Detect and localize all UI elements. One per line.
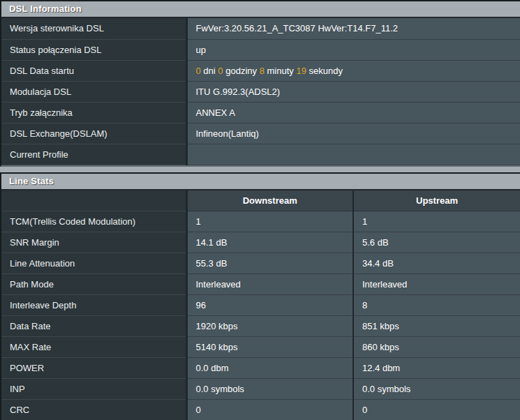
dsl-information-section: DSL Information Wersja sterownika DSL Fw…: [0, 0, 520, 167]
modulation-value: ITU G.992.3(ADSL2): [186, 81, 520, 102]
uptime-minutes: 8: [260, 66, 265, 76]
snr-margin-label: SNR Margin: [1, 232, 186, 253]
inp-downstream-value: 0.0 symbols: [186, 379, 353, 400]
table-row: Status połączenia DSL up: [1, 39, 520, 60]
table-row: TCM(Trellis Coded Modulation) 1 1: [1, 211, 520, 232]
table-row: Current Profile: [1, 144, 520, 165]
connection-status-value: up: [186, 39, 520, 60]
inp-upstream-value: 0.0 symbols: [353, 379, 520, 400]
dsl-information-table: Wersja sterownika DSL FwVer:3.20.56.21_A…: [1, 18, 520, 165]
line-attenuation-label: Line Attenuation: [1, 253, 186, 274]
column-header-row: Downstream Upstream: [1, 190, 520, 211]
table-row: POWER 0.0 dbm 12.4 dbm: [1, 358, 520, 379]
table-row: Modulacja DSL ITU G.992.3(ADSL2): [1, 81, 520, 102]
table-row: CRC 0 0: [1, 400, 520, 420]
data-rate-downstream-value: 1920 kbps: [186, 316, 353, 337]
upstream-column-header: Upstream: [353, 190, 520, 211]
tcm-upstream-value: 1: [353, 211, 520, 232]
line-attenuation-downstream-value: 55.3 dB: [186, 253, 353, 274]
max-rate-label: MAX Rate: [1, 337, 186, 358]
snr-margin-upstream-value: 5.6 dB: [353, 232, 520, 253]
dslam-label: DSL Exchange(DSLAM): [1, 123, 186, 144]
path-mode-downstream-value: Interleaved: [186, 274, 353, 295]
table-row: Line Attenuation 55.3 dB 34.4 dB: [1, 253, 520, 274]
table-row: Path Mode Interleaved Interleaved: [1, 274, 520, 295]
line-stats-table: Downstream Upstream TCM(Trellis Coded Mo…: [1, 190, 520, 420]
power-downstream-value: 0.0 dbm: [186, 358, 353, 379]
table-row: Tryb załącznika ANNEX A: [1, 102, 520, 123]
uptime-minutes-unit: minuty: [267, 66, 294, 76]
current-profile-label: Current Profile: [1, 144, 186, 165]
snr-margin-downstream-value: 14.1 dB: [186, 232, 353, 253]
table-row: DSL Exchange(DSLAM) Infineon(Lantiq): [1, 123, 520, 144]
table-row: INP 0.0 symbols 0.0 symbols: [1, 379, 520, 400]
tcm-label: TCM(Trellis Coded Modulation): [1, 211, 186, 232]
dsl-information-header: DSL Information: [1, 0, 520, 18]
uptime-hours-unit: godziny: [225, 66, 257, 76]
path-mode-upstream-value: Interleaved: [353, 274, 520, 295]
table-row: SNR Margin 14.1 dB 5.6 dB: [1, 232, 520, 253]
table-row: Interleave Depth 96 8: [1, 295, 520, 316]
uptime-days: 0: [196, 66, 201, 76]
data-rate-label: Data Rate: [1, 316, 186, 337]
line-attenuation-upstream-value: 34.4 dB: [353, 253, 520, 274]
dsl-status-page: DSL Information Wersja sterownika DSL Fw…: [0, 0, 520, 420]
uptime-label: DSL Data startu: [1, 60, 186, 81]
corner-cell: [1, 190, 186, 211]
power-upstream-value: 12.4 dbm: [353, 358, 520, 379]
crc-upstream-value: 0: [353, 400, 520, 420]
section-divider: [0, 167, 520, 172]
path-mode-label: Path Mode: [1, 274, 186, 295]
uptime-hours: 0: [218, 66, 223, 76]
crc-downstream-value: 0: [186, 400, 353, 420]
annex-mode-label: Tryb załącznika: [1, 102, 186, 123]
annex-mode-value: ANNEX A: [186, 102, 520, 123]
dslam-value: Infineon(Lantiq): [186, 123, 520, 144]
line-stats-header: Line Stats: [1, 172, 520, 190]
driver-version-label: Wersja sterownika DSL: [1, 18, 186, 39]
uptime-value: 0 dni 0 godziny 8 minuty 19 sekundy: [186, 60, 520, 81]
max-rate-downstream-value: 5140 kbps: [186, 337, 353, 358]
uptime-seconds-unit: sekundy: [309, 66, 343, 76]
connection-status-label: Status połączenia DSL: [1, 39, 186, 60]
line-stats-section: Line Stats Downstream Upstream TCM(Trell…: [0, 172, 520, 420]
table-row: MAX Rate 5140 kbps 860 kbps: [1, 337, 520, 358]
power-label: POWER: [1, 358, 186, 379]
table-row: DSL Data startu 0 dni 0 godziny 8 minuty…: [1, 60, 520, 81]
crc-label: CRC: [1, 400, 186, 420]
interleave-depth-label: Interleave Depth: [1, 295, 186, 316]
table-row: Data Rate 1920 kbps 851 kbps: [1, 316, 520, 337]
tcm-downstream-value: 1: [186, 211, 353, 232]
uptime-days-unit: dni: [203, 66, 215, 76]
table-row: Wersja sterownika DSL FwVer:3.20.56.21_A…: [1, 18, 520, 39]
driver-version-value: FwVer:3.20.56.21_A_TC3087 HwVer:T14.F7_1…: [186, 18, 520, 39]
max-rate-upstream-value: 860 kbps: [353, 337, 520, 358]
data-rate-upstream-value: 851 kbps: [353, 316, 520, 337]
uptime-seconds: 19: [296, 66, 306, 76]
downstream-column-header: Downstream: [186, 190, 353, 211]
interleave-depth-upstream-value: 8: [353, 295, 520, 316]
modulation-label: Modulacja DSL: [1, 81, 186, 102]
current-profile-value: [186, 144, 520, 165]
interleave-depth-downstream-value: 96: [186, 295, 353, 316]
inp-label: INP: [1, 379, 186, 400]
